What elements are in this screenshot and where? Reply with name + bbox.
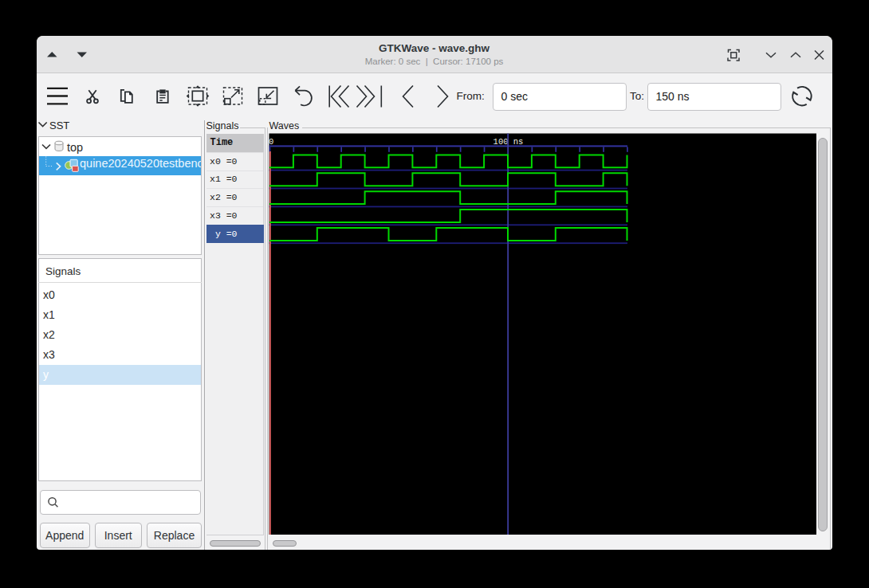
svg-text:0: 0 — [269, 137, 273, 147]
